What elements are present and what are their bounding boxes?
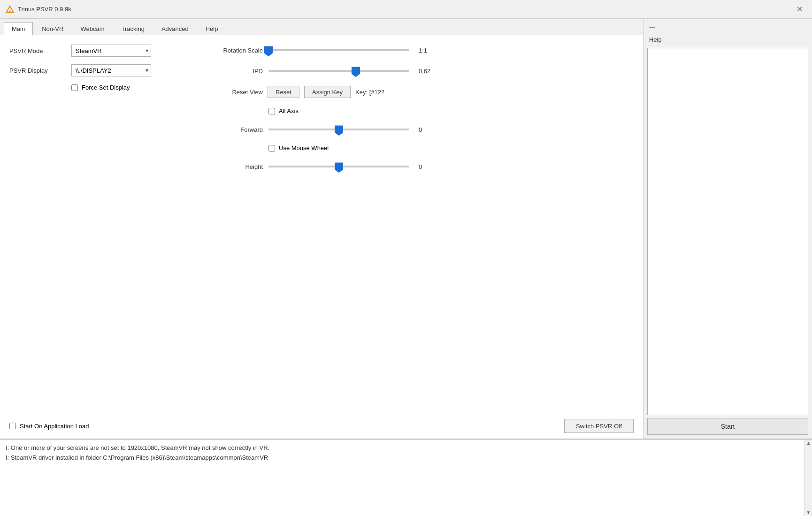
psvr-display-label: PSVR Display <box>9 67 66 74</box>
app-title: Trinus PSVR 0.9.9k <box>18 6 71 13</box>
start-on-load-label[interactable]: Start On Application Load <box>20 423 89 430</box>
log-area: I: One or more of your screens are not s… <box>0 439 812 516</box>
psvr-display-row: PSVR Display \\.\DISPLAY2\\.\DISPLAY1 <box>9 64 188 76</box>
tab-bar: Main Non-VR Webcam Tracking Advanced Hel… <box>0 19 643 35</box>
right-panel: --- Help Start <box>643 19 812 439</box>
reset-button[interactable]: Reset <box>268 86 299 98</box>
height-row: Height 0 <box>207 161 634 172</box>
ipd-thumb[interactable] <box>352 67 360 77</box>
psvr-mode-select[interactable]: SteamVRNormalNone <box>71 45 151 57</box>
right-panel-dash: --- <box>647 23 808 31</box>
height-slider-container <box>268 161 409 172</box>
ipd-track <box>268 70 409 72</box>
psvr-display-select[interactable]: \\.\DISPLAY2\\.\DISPLAY1 <box>71 64 151 76</box>
height-track <box>268 166 409 167</box>
force-set-display-label[interactable]: Force Set Display <box>82 84 130 91</box>
tab-webcam[interactable]: Webcam <box>72 22 112 35</box>
psvr-mode-row: PSVR Mode SteamVRNormalNone <box>9 45 188 57</box>
rotation-scale-track <box>268 49 409 51</box>
rotation-scale-slider-container <box>268 45 409 56</box>
scrollbar-up-btn[interactable]: ▲ <box>806 440 811 446</box>
tab-advanced[interactable]: Advanced <box>153 22 197 35</box>
psvr-mode-dropdown-wrapper[interactable]: SteamVRNormalNone <box>71 45 151 57</box>
main-content: Main Non-VR Webcam Tracking Advanced Hel… <box>0 19 812 439</box>
use-mouse-wheel-row: Use Mouse Wheel <box>268 144 634 152</box>
assign-key-button[interactable]: Assign Key <box>304 86 351 98</box>
use-mouse-wheel-checkbox[interactable] <box>268 145 275 152</box>
ipd-slider-container <box>268 65 409 76</box>
tab-main[interactable]: Main <box>4 22 33 35</box>
reset-view-label: Reset View <box>207 89 263 96</box>
forward-track <box>268 129 409 130</box>
start-on-load-checkbox[interactable] <box>9 423 16 429</box>
height-value: 0 <box>419 163 442 170</box>
forward-row: Forward 0 <box>207 124 634 135</box>
tab-help[interactable]: Help <box>198 22 226 35</box>
start-button[interactable]: Start <box>647 418 808 435</box>
rotation-scale-row: Rotation Scale 1:1 <box>207 45 634 56</box>
rotation-scale-value: 1:1 <box>419 47 442 54</box>
title-bar: ▲ Trinus PSVR 0.9.9k ✕ <box>0 0 812 19</box>
settings-right: Rotation Scale 1:1 IPD <box>207 45 634 403</box>
use-mouse-wheel-label[interactable]: Use Mouse Wheel <box>279 144 329 152</box>
left-panel: Main Non-VR Webcam Tracking Advanced Hel… <box>0 19 643 439</box>
height-thumb[interactable] <box>335 162 343 173</box>
force-set-display-row: Force Set Display <box>71 84 188 91</box>
forward-label: Forward <box>207 126 263 133</box>
forward-value: 0 <box>419 126 442 133</box>
ipd-label: IPD <box>207 68 263 75</box>
ipd-value: 0,62 <box>419 68 442 75</box>
height-label: Height <box>207 163 263 170</box>
scrollbar-down-btn[interactable]: ▼ <box>806 510 811 515</box>
log-line-2: I: SteamVR driver installed in folder C:… <box>6 453 806 463</box>
bottom-left: Start On Application Load <box>9 423 89 430</box>
log-scrollbar[interactable]: ▲ ▼ <box>804 440 812 516</box>
reset-view-row: Reset View Reset Assign Key Key: [#122 <box>207 86 634 98</box>
forward-slider-container <box>268 124 409 135</box>
tab-content-main: PSVR Mode SteamVRNormalNone PSVR Display… <box>0 35 643 413</box>
bottom-bar: Start On Application Load Switch PSVR Of… <box>0 413 643 439</box>
app-icon: ▲ <box>6 5 14 14</box>
force-set-display-checkbox[interactable] <box>71 84 78 91</box>
psvr-display-dropdown-wrapper[interactable]: \\.\DISPLAY2\\.\DISPLAY1 <box>71 64 151 76</box>
tab-tracking[interactable]: Tracking <box>114 22 153 35</box>
rotation-scale-thumb[interactable] <box>264 46 273 56</box>
all-axis-label[interactable]: All Axis <box>279 107 299 114</box>
ipd-row: IPD 0,62 <box>207 65 634 76</box>
all-axis-checkbox[interactable] <box>268 108 275 114</box>
switch-psvr-off-button[interactable]: Switch PSVR Off <box>564 419 634 433</box>
help-text-box <box>647 48 808 415</box>
forward-thumb[interactable] <box>335 125 343 136</box>
help-panel-label: Help <box>647 34 808 45</box>
all-axis-row: All Axis <box>268 107 634 114</box>
rotation-scale-label: Rotation Scale <box>207 47 263 54</box>
tab-non-vr[interactable]: Non-VR <box>34 22 71 35</box>
settings-left: PSVR Mode SteamVRNormalNone PSVR Display… <box>9 45 188 403</box>
log-line-1: I: One or more of your screens are not s… <box>6 443 806 453</box>
title-bar-left: ▲ Trinus PSVR 0.9.9k <box>6 5 71 14</box>
svg-text:▲: ▲ <box>8 9 12 13</box>
psvr-mode-label: PSVR Mode <box>9 47 66 54</box>
close-button[interactable]: ✕ <box>793 4 806 15</box>
key-label: Key: [#122 <box>355 89 384 96</box>
